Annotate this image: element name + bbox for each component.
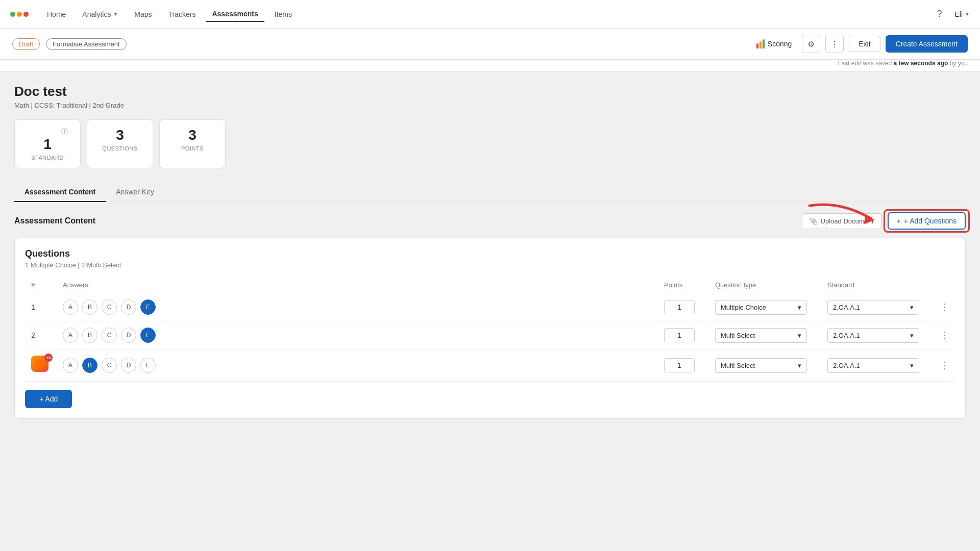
answer-E[interactable]: E <box>140 358 156 373</box>
answer-B[interactable]: B <box>82 358 97 373</box>
row2-standard-select[interactable]: 2.OA.A.1 ▾ <box>827 328 919 343</box>
row1-standard: 2.OA.A.1 ▾ <box>821 293 934 321</box>
tab-answer-key[interactable]: Answer Key <box>106 183 164 202</box>
questions-table: # Answers Points Question type Standard … <box>25 277 955 382</box>
main-content: Doc test Math | CCSS: Traditional | 2nd … <box>0 71 980 431</box>
user-chevron-icon: ▼ <box>965 11 970 17</box>
assessment-content-header: Assessment Content 📎 Upload Document + +… <box>14 212 966 230</box>
row1-answers: A B C D E <box>57 293 658 321</box>
row1-type-select[interactable]: Multiple Choice ▾ <box>715 300 807 315</box>
document-title: Doc test <box>14 84 966 99</box>
table-row: 18 A B C D E <box>25 349 955 382</box>
col-header-answers: Answers <box>57 277 658 293</box>
gear-icon: ⚙ <box>807 39 815 49</box>
row3-points-input[interactable] <box>664 358 695 372</box>
row2-actions: ⋮ <box>934 321 955 349</box>
row2-points <box>658 321 709 349</box>
answer-C[interactable]: C <box>102 299 117 315</box>
stat-standard-label: STANDARD <box>31 155 64 161</box>
row1-actions: ⋮ <box>934 293 955 321</box>
row3-answers: A B C D E <box>57 349 658 382</box>
exit-button[interactable]: Exit <box>849 36 880 52</box>
scoring-button[interactable]: Scoring <box>751 36 797 52</box>
help-icon: ? <box>937 9 942 19</box>
row2-standard-chevron-icon: ▾ <box>910 332 914 339</box>
answer-C[interactable]: C <box>102 358 117 373</box>
stat-questions-label: QUESTIONS <box>102 145 137 152</box>
row2-standard: 2.OA.A.1 ▾ <box>821 321 934 349</box>
answer-E[interactable]: E <box>140 328 156 343</box>
last-edit-suffix: by you <box>950 60 968 67</box>
create-assessment-button[interactable]: Create Assessment <box>886 35 968 53</box>
answer-A[interactable]: A <box>63 299 78 315</box>
nav-assessments[interactable]: Assessments <box>206 7 264 22</box>
col-header-actions <box>934 277 955 293</box>
document-meta: Math | CCSS: Traditional | 2nd Grade <box>14 102 966 109</box>
row3-standard: 2.OA.A.1 ▾ <box>821 349 934 382</box>
app-logo <box>10 12 29 17</box>
answer-A[interactable]: A <box>63 358 78 373</box>
row3-type-select[interactable]: Multi Select ▾ <box>715 358 807 373</box>
analytics-chevron-icon: ▼ <box>113 11 118 17</box>
help-button[interactable]: ? <box>930 5 949 23</box>
header-bar: Draft Formative Assessment Scoring ⚙ ⋮ E… <box>0 29 980 60</box>
assessment-content-title: Assessment Content <box>14 216 802 226</box>
answer-B[interactable]: B <box>82 299 97 315</box>
scoring-chart-icon <box>756 39 765 48</box>
answer-D[interactable]: D <box>121 358 136 373</box>
settings-button[interactable]: ⚙ <box>802 35 820 53</box>
row3-type-chevron-icon: ▾ <box>798 362 801 369</box>
nav-maps[interactable]: Maps <box>128 7 158 21</box>
questions-section: Questions 1 Multiple Choice | 2 Multi Se… <box>14 238 966 419</box>
answer-C[interactable]: C <box>102 328 117 343</box>
row2-num: 2 <box>25 321 57 349</box>
row2-answers: A B C D E <box>57 321 658 349</box>
draft-badge: Draft <box>12 38 40 50</box>
col-header-points: Points <box>658 277 709 293</box>
row2-type-select[interactable]: Multi Select ▾ <box>715 328 807 343</box>
row1-standard-chevron-icon: ▾ <box>910 304 914 311</box>
row2-more-button[interactable]: ⋮ <box>940 330 949 341</box>
row1-standard-select[interactable]: 2.OA.A.1 ▾ <box>827 300 919 315</box>
col-header-standard: Standard <box>821 277 934 293</box>
main-nav: Home Analytics ▼ Maps Trackers Assessmen… <box>0 0 980 29</box>
answer-D[interactable]: D <box>121 328 136 343</box>
row1-points-input[interactable] <box>664 300 695 314</box>
notification-badge: 18 <box>44 354 53 362</box>
nav-analytics[interactable]: Analytics ▼ <box>76 7 124 21</box>
answer-D[interactable]: D <box>121 299 136 315</box>
content-tabs: Assessment Content Answer Key <box>14 183 966 202</box>
row1-type: Multiple Choice ▾ <box>709 293 821 321</box>
nav-home[interactable]: Home <box>41 7 72 21</box>
last-edit-text: Last edit was saved <box>838 60 892 67</box>
more-options-button[interactable]: ⋮ <box>825 35 844 53</box>
plus-icon: + <box>897 217 901 225</box>
tab-assessment-content[interactable]: Assessment Content <box>14 183 106 202</box>
stat-questions-number: 3 <box>116 127 124 143</box>
answer-B[interactable]: B <box>82 328 97 343</box>
info-icon[interactable]: ⓘ <box>61 127 68 136</box>
user-menu[interactable]: Eli ▼ <box>955 10 970 18</box>
nav-trackers[interactable]: Trackers <box>162 7 202 21</box>
row2-type: Multi Select ▾ <box>709 321 821 349</box>
last-edit-bar: Last edit was saved a few seconds ago by… <box>0 60 980 71</box>
col-header-num: # <box>25 277 57 293</box>
col-header-qtype: Question type <box>709 277 821 293</box>
bottom-add-button[interactable]: + Add <box>25 390 72 408</box>
row3-more-button[interactable]: ⋮ <box>940 360 949 371</box>
bottom-action-bar: + Add <box>25 390 955 408</box>
upload-document-button[interactable]: 📎 Upload Document <box>802 213 881 229</box>
row1-more-button[interactable]: ⋮ <box>940 302 949 313</box>
row3-actions: ⋮ <box>934 349 955 382</box>
stats-row: ⓘ 1 STANDARD 3 QUESTIONS 3 POINTS <box>14 119 966 168</box>
add-questions-button[interactable]: + + Add Questions <box>888 212 966 230</box>
answer-E[interactable]: E <box>140 299 156 315</box>
header-actions: Scoring ⚙ ⋮ Exit Create Assessment <box>751 35 968 53</box>
stat-points-label: POINTS <box>181 145 204 152</box>
row3-standard-select[interactable]: 2.OA.A.1 ▾ <box>827 358 919 373</box>
row2-points-input[interactable] <box>664 328 695 342</box>
row1-num: 1 <box>25 293 57 321</box>
stat-questions: 3 QUESTIONS <box>87 119 153 168</box>
answer-A[interactable]: A <box>63 328 78 343</box>
nav-items[interactable]: Items <box>268 7 298 21</box>
